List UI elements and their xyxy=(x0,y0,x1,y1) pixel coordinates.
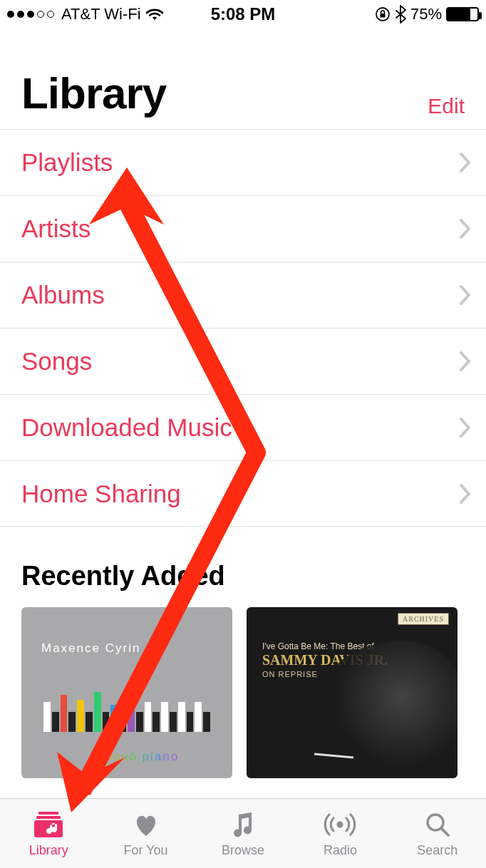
edit-button[interactable]: Edit xyxy=(428,94,465,118)
cellular-signal-icon xyxy=(7,11,54,18)
tab-search[interactable]: Search xyxy=(389,799,486,868)
page-header: Library Edit xyxy=(0,29,486,129)
tab-radio[interactable]: Radio xyxy=(291,799,388,868)
heart-icon xyxy=(130,809,162,840)
wifi-icon xyxy=(145,7,164,21)
library-icon xyxy=(33,809,64,840)
svg-rect-2 xyxy=(38,812,58,815)
svg-rect-3 xyxy=(36,816,61,819)
tab-label: For You xyxy=(124,843,168,858)
menu-item-downloaded-music[interactable]: Downloaded Music xyxy=(0,394,486,460)
orientation-lock-icon xyxy=(375,6,391,22)
tab-library[interactable]: Library xyxy=(0,799,97,868)
menu-item-artists[interactable]: Artists xyxy=(0,195,486,262)
menu-item-label: Albums xyxy=(21,281,105,309)
tab-for-you[interactable]: For You xyxy=(97,799,194,868)
tab-label: Radio xyxy=(324,843,357,858)
radio-icon xyxy=(321,809,358,840)
chevron-right-icon xyxy=(459,483,472,505)
bluetooth-icon xyxy=(395,5,406,24)
battery-icon xyxy=(446,7,479,21)
library-menu: Playlists Artists Albums Songs Downloade… xyxy=(0,129,486,527)
menu-item-songs[interactable]: Songs xyxy=(0,328,486,394)
tab-label: Library xyxy=(29,843,68,858)
archives-badge: ARCHIVES xyxy=(398,613,449,625)
album-tile[interactable]: ARCHIVES I've Gotta Be Me: The Best of S… xyxy=(247,607,457,778)
chevron-right-icon xyxy=(459,152,472,173)
tab-bar: Library For You Browse Radio xyxy=(0,798,486,868)
menu-item-albums[interactable]: Albums xyxy=(0,262,486,328)
search-icon xyxy=(423,809,452,840)
chevron-right-icon xyxy=(459,351,472,372)
tab-label: Search xyxy=(417,843,457,858)
chevron-right-icon xyxy=(459,284,472,306)
status-bar: AT&T Wi-Fi 5:08 PM 75% xyxy=(0,0,486,29)
menu-item-label: Artists xyxy=(21,215,91,243)
tab-browse[interactable]: Browse xyxy=(195,799,291,868)
battery-fill xyxy=(448,9,470,20)
chevron-right-icon xyxy=(459,417,472,438)
album-label: ON REPRISE xyxy=(262,670,318,678)
menu-item-playlists[interactable]: Playlists xyxy=(0,129,486,195)
chevron-right-icon xyxy=(459,218,472,239)
menu-item-home-sharing[interactable]: Home Sharing xyxy=(0,460,486,527)
tab-label: Browse xyxy=(222,843,264,858)
menu-item-label: Playlists xyxy=(21,148,113,177)
section-title-recently-added: Recently Added xyxy=(0,527,486,607)
svg-line-7 xyxy=(442,829,448,835)
menu-item-label: Songs xyxy=(21,347,92,376)
battery-percent: 75% xyxy=(410,5,442,24)
music-note-icon xyxy=(227,809,259,840)
clock: 5:08 PM xyxy=(211,4,276,24)
album-art-icon xyxy=(43,682,211,732)
carrier-label: AT&T Wi-Fi xyxy=(61,5,141,24)
svg-rect-1 xyxy=(380,14,385,18)
recently-added-row: Maxence Cyrin novö piano ARCHIVES I've G… xyxy=(0,607,486,778)
album-title: novö piano xyxy=(105,750,179,764)
menu-item-label: Home Sharing xyxy=(21,480,181,508)
album-tile[interactable]: Maxence Cyrin novö piano xyxy=(21,607,232,778)
svg-point-5 xyxy=(337,822,343,828)
menu-item-label: Downloaded Music xyxy=(21,413,232,442)
album-artist: Maxence Cyrin xyxy=(41,641,140,656)
page-title: Library xyxy=(21,68,166,118)
